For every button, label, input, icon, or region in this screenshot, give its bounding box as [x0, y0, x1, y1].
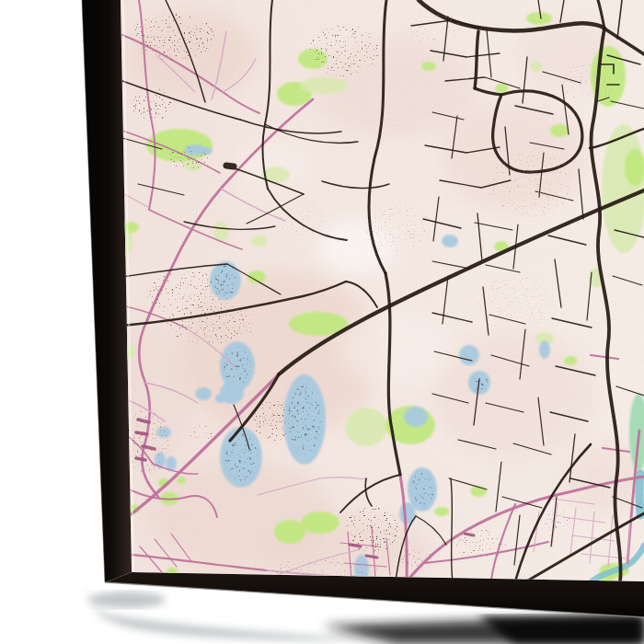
shadow-corner-core: [88, 592, 166, 608]
canvas-print: [82, 0, 644, 617]
map-artwork: [101, 0, 644, 589]
map-grain-texture: [110, 0, 644, 589]
canvas-print-mockup: [0, 0, 644, 644]
product-photo-scene: [0, 0, 644, 644]
